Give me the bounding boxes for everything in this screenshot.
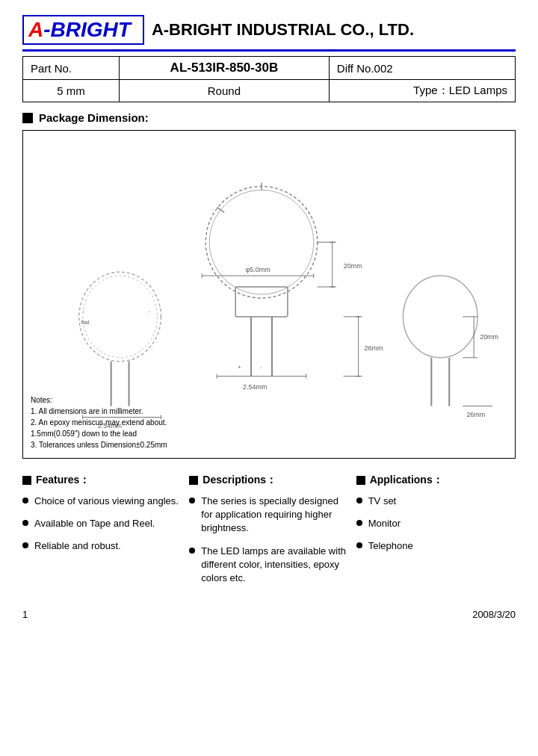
svg-point-1	[209, 190, 314, 294]
bottom-section: Features： Choice of various viewing angl…	[22, 474, 516, 594]
applications-title: Applications：	[356, 474, 516, 487]
logo: A-BRIGHT	[22, 15, 144, 45]
svg-text:-: -	[260, 364, 262, 371]
svg-point-0	[205, 186, 318, 298]
svg-text:26mm: 26mm	[365, 344, 383, 352]
footer-page: 1	[22, 609, 28, 620]
footer-date: 2008/3/20	[472, 609, 516, 620]
part-info-table: Part No. AL-513IR-850-30B Diff No.002 5 …	[22, 56, 516, 102]
logo-text: A-BRIGHT	[28, 18, 131, 41]
note-1: 1. All dimensions are in millimeter.	[31, 406, 167, 417]
bullet-dot-icon	[356, 520, 362, 526]
list-item: The series is specially designed for app…	[189, 495, 348, 536]
notes-title: Notes:	[31, 394, 167, 406]
package-section-title: Package Dimension:	[22, 111, 516, 124]
applications-bullet-icon	[356, 476, 365, 485]
package-title-text: Package Dimension:	[39, 111, 149, 124]
note-2: 2. An epoxy meniscus may extend about.	[31, 417, 167, 428]
list-item: Telephone	[356, 539, 516, 553]
applications-list: TV set Monitor Telephone	[356, 495, 516, 554]
svg-text:26mm: 26mm	[466, 412, 485, 419]
descriptions-list: The series is specially designed for app…	[189, 495, 348, 585]
list-item: Monitor	[356, 517, 516, 530]
application-item-2: Monitor	[368, 517, 401, 530]
bullet-dot-icon	[356, 498, 362, 504]
note-3: 3. Tolerances unless Dimension±0.25mm	[31, 439, 167, 450]
shape: Round	[119, 80, 329, 102]
logo-bright: -BRIGHT	[43, 18, 131, 41]
footer: 1 2008/3/20	[22, 609, 516, 620]
list-item: The LED lamps are available with differe…	[189, 545, 348, 586]
part-no-value: AL-513IR-850-30B	[119, 57, 329, 80]
application-item-1: TV set	[368, 495, 397, 508]
part-no-label: Part No.	[23, 57, 120, 80]
features-bullet-icon	[22, 476, 31, 485]
svg-text:-: -	[83, 308, 85, 315]
svg-line-3	[217, 207, 224, 212]
svg-point-29	[79, 272, 161, 362]
list-item: Reliable and robust.	[22, 539, 182, 553]
header-divider	[22, 49, 516, 52]
bullet-dot-icon	[22, 520, 28, 526]
list-item: Choice of various viewing angles.	[22, 495, 182, 508]
features-title: Features：	[22, 474, 182, 487]
note-2b: 1.5mm(0.059") down to the lead	[31, 428, 167, 439]
svg-text:-: -	[148, 308, 150, 315]
package-dimension-box: φ5.0mm 20mm 2.54mm 26mm + -	[22, 130, 516, 459]
svg-text:20mm: 20mm	[480, 333, 498, 341]
logo-a: A	[28, 18, 43, 41]
feature-item-1: Choice of various viewing angles.	[34, 495, 179, 508]
features-list: Choice of various viewing angles. Availa…	[22, 495, 182, 554]
company-name: A-BRIGHT INDUSTRIAL CO., LTD.	[152, 20, 414, 40]
application-item-3: Telephone	[368, 539, 413, 553]
list-item: Available on Tape and Reel.	[22, 517, 182, 530]
applications-column: Applications： TV set Monitor Telephone	[356, 474, 516, 594]
section-bullet-icon	[22, 113, 33, 123]
features-title-text: Features：	[36, 474, 90, 487]
svg-text:flat: flat	[81, 319, 90, 326]
bullet-dot-icon	[22, 498, 28, 504]
dimension-notes: Notes: 1. All dimensions are in millimet…	[31, 394, 167, 450]
diff-no: Diff No.002	[329, 57, 515, 80]
type: Type：LED Lamps	[329, 80, 515, 102]
descriptions-bullet-icon	[189, 476, 198, 485]
descriptions-title-text: Descriptions：	[202, 474, 276, 487]
bullet-dot-icon	[189, 498, 195, 504]
description-item-2: The LED lamps are available with differe…	[201, 545, 348, 586]
list-item: TV set	[356, 495, 516, 508]
bullet-dot-icon	[22, 542, 28, 548]
descriptions-column: Descriptions： The series is specially de…	[189, 474, 348, 594]
bullet-dot-icon	[356, 542, 362, 548]
descriptions-title: Descriptions：	[189, 474, 348, 487]
company-header: A-BRIGHT A-BRIGHT INDUSTRIAL CO., LTD.	[22, 15, 516, 45]
applications-title-text: Applications：	[370, 474, 443, 487]
svg-text:2.54mm: 2.54mm	[243, 383, 267, 391]
features-column: Features： Choice of various viewing angl…	[22, 474, 182, 594]
feature-item-2: Available on Tape and Reel.	[34, 517, 155, 530]
svg-point-30	[83, 276, 158, 358]
bullet-dot-icon	[189, 548, 195, 554]
description-item-1: The series is specially designed for app…	[201, 495, 348, 536]
feature-item-3: Reliable and robust.	[34, 539, 121, 553]
svg-text:+: +	[238, 364, 241, 371]
size: 5 mm	[23, 80, 120, 102]
svg-text:φ5.0mm: φ5.0mm	[245, 266, 270, 273]
svg-text:20mm: 20mm	[344, 262, 362, 270]
